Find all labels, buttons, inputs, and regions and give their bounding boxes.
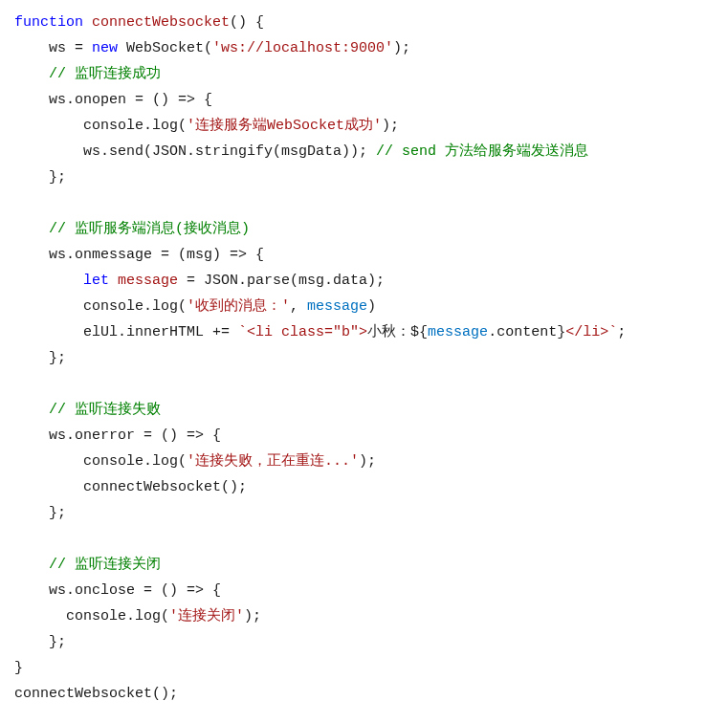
code-text: [14, 557, 49, 573]
code-text: }: [14, 660, 23, 676]
code-text: ws =: [14, 40, 92, 56]
template-string: </li>: [565, 324, 608, 340]
comment: // 监听服务端消息(接收消息): [49, 221, 250, 237]
comment: // 监听连接关闭: [49, 557, 161, 573]
keyword-new: new: [92, 40, 118, 56]
code-text: ws.send(JSON.stringify(msgData));: [14, 143, 376, 160]
string-literal: '连接关闭': [169, 608, 244, 624]
template-backtick: `: [608, 324, 617, 340]
code-text: WebSocket(: [118, 40, 212, 56]
code-text: console.log(: [14, 118, 187, 134]
code-block: function connectWebsocket() { ws = new W…: [14, 10, 714, 707]
code-text: [14, 402, 49, 418]
code-text: [14, 273, 83, 289]
code-text: console.log(: [14, 298, 187, 315]
code-text: console.log(: [14, 453, 187, 470]
code-text: ,: [290, 298, 307, 315]
code-text: [14, 221, 49, 237]
code-text: );: [244, 608, 261, 624]
code-text: [109, 273, 118, 289]
code-text: ws.onmessage = (msg) => {: [14, 247, 264, 263]
template-expr: .content: [488, 324, 557, 340]
code-text: };: [14, 634, 66, 650]
variable: message: [118, 273, 178, 289]
code-text: );: [382, 118, 399, 134]
code-text: () {: [230, 14, 264, 31]
code-text: ws.onopen = () => {: [14, 92, 212, 108]
code-text: ws.onerror = () => {: [14, 427, 221, 444]
code-text: = JSON.parse(msg.data);: [178, 273, 385, 289]
code-text: };: [14, 169, 66, 186]
code-text: console.log(: [14, 608, 169, 624]
comment: // send 方法给服务端发送消息: [376, 143, 588, 160]
template-expr: message: [428, 324, 488, 340]
code-text: };: [14, 505, 66, 521]
variable: message: [307, 298, 367, 315]
comment: // 监听连接成功: [49, 66, 161, 82]
code-text: );: [393, 40, 410, 56]
keyword-let: let: [83, 273, 109, 289]
comment: // 监听连接失败: [49, 402, 161, 418]
code-text: connectWebsocket();: [14, 479, 247, 495]
template-rbrace: }: [557, 324, 565, 340]
code-text: [14, 66, 49, 82]
template-string: 小秋：: [367, 324, 410, 340]
code-text: };: [14, 350, 66, 366]
code-text: ws.onclose = () => {: [14, 582, 221, 599]
string-literal: '连接失败，正在重连...': [187, 453, 359, 470]
keyword-function: function: [14, 14, 83, 31]
string-literal: '收到的消息：': [187, 298, 290, 315]
code-text: ;: [617, 324, 626, 340]
code-text: );: [359, 453, 376, 470]
code-text: elUl.innerHTML +=: [14, 324, 238, 340]
code-text: ): [367, 298, 376, 315]
string-literal: 'ws://localhost:9000': [212, 40, 393, 56]
code-text: [83, 14, 92, 31]
template-string: <li class="b">: [247, 324, 367, 340]
template-dollar: ${: [410, 324, 428, 340]
function-name: connectWebsocket: [92, 14, 230, 31]
code-text: connectWebsocket();: [14, 686, 178, 702]
string-literal: '连接服务端WebSocket成功': [187, 118, 382, 134]
template-backtick: `: [238, 324, 247, 340]
